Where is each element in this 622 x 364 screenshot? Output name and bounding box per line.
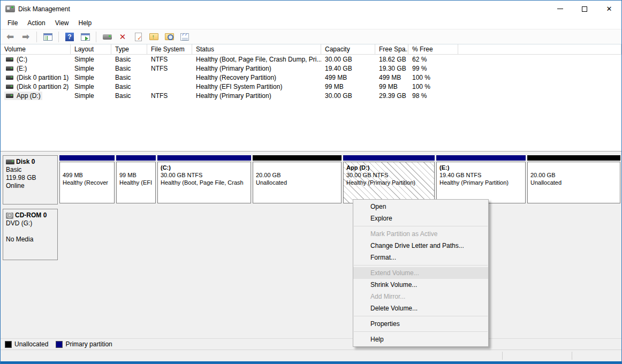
status-bar-divider <box>502 352 503 360</box>
column-header-filler <box>458 44 621 54</box>
disk0-info-box[interactable]: Disk 0 Basic 119.98 GB Online <box>3 155 58 204</box>
delete-button[interactable]: ✕ <box>116 31 129 43</box>
cell-type: Basic <box>111 73 147 82</box>
menu-item-open[interactable]: Open <box>353 201 488 213</box>
console-tree-icon <box>43 33 52 41</box>
partition-label <box>63 164 111 171</box>
toolbar-separator <box>96 32 96 42</box>
menu-help[interactable]: Help <box>74 18 97 28</box>
minimize-button[interactable] <box>548 1 572 17</box>
table-row[interactable]: (Disk 0 partition 2) Simple Basic Health… <box>1 82 621 91</box>
close-button[interactable]: ✕ <box>597 1 621 17</box>
menu-view[interactable]: View <box>50 18 74 28</box>
table-row[interactable]: (C:) Simple Basic NTFS Healthy (Boot, Pa… <box>1 55 621 64</box>
table-row[interactable]: (Disk 0 partition 1) Simple Basic Health… <box>1 73 621 82</box>
partition-efi[interactable]: 99 MB Healthy (EFI <box>116 155 156 203</box>
partition-unallocated-2[interactable]: 20.00 GB Unallocated <box>527 155 620 203</box>
column-header-free-space[interactable]: Free Spa... <box>375 44 408 54</box>
action-pane-icon <box>81 33 90 41</box>
window-bottom-border <box>1 361 621 363</box>
close-icon: ✕ <box>606 5 612 13</box>
cell-layout: Simple <box>71 73 111 82</box>
partition-e[interactable]: (E:) 19.40 GB NTFS Healthy (Primary Part… <box>436 155 526 203</box>
cell-free: 99 MB <box>375 82 408 91</box>
table-row-selected[interactable]: App (D:) Simple Basic NTFS Healthy (Prim… <box>1 91 621 100</box>
column-header-pct-free[interactable]: % Free <box>408 44 458 54</box>
disk-graph-pane: Disk 0 Basic 119.98 GB Online 499 MB Hea… <box>1 154 621 350</box>
cell-type: Basic <box>111 64 147 73</box>
cell-capacity: 30.00 GB <box>321 91 375 100</box>
partition-size: 20.00 GB <box>530 171 617 179</box>
legend-unallocated: Unallocated <box>5 340 48 348</box>
menu-item-change-drive-letter[interactable]: Change Drive Letter and Paths... <box>353 240 488 252</box>
partition-size: 499 MB <box>63 171 111 179</box>
partition-status: Healthy (Recover <box>63 179 111 186</box>
partition-status: Healthy (Boot, Page File, Crash <box>161 179 248 186</box>
partition-d-selected[interactable]: App (D:) 30.00 GB NTFS Healthy (Primary … <box>343 155 435 203</box>
cell-status: Healthy (Primary Partition) <box>192 64 321 73</box>
properties-button[interactable] <box>178 31 191 43</box>
column-header-capacity[interactable]: Capacity <box>321 44 375 54</box>
partition-recovery[interactable]: 499 MB Healthy (Recover <box>59 155 115 203</box>
open-button[interactable] <box>147 31 160 43</box>
volume-name: (Disk 0 partition 2) <box>17 83 69 90</box>
cell-fs <box>147 82 192 91</box>
menu-action[interactable]: Action <box>22 18 50 28</box>
delete-x-icon: ✕ <box>119 33 126 41</box>
cell-layout: Simple <box>71 64 111 73</box>
cell-free: 499 MB <box>375 73 408 82</box>
column-header-file-system[interactable]: File System <box>147 44 192 54</box>
partition-label: (E:) <box>439 164 522 171</box>
menu-bar: File Action View Help <box>1 17 621 29</box>
cell-type: Basic <box>111 55 147 64</box>
partition-c[interactable]: (C:) 30.00 GB NTFS Healthy (Boot, Page F… <box>157 155 251 203</box>
partition-status: Healthy (Primary Partition) <box>439 179 522 186</box>
window-controls: ✕ <box>548 1 621 17</box>
partition-label <box>119 164 153 171</box>
menu-item-explore[interactable]: Explore <box>353 213 488 224</box>
menu-item-help[interactable]: Help <box>353 333 488 345</box>
column-header-status[interactable]: Status <box>192 44 321 54</box>
volume-name: App (D:) <box>17 92 41 100</box>
cdrom-media: No Media <box>6 236 55 244</box>
menu-item-format[interactable]: Format... <box>353 252 488 263</box>
maximize-button[interactable] <box>572 1 597 17</box>
disk0-partition-strip: 499 MB Healthy (Recover 99 MB Healthy (E… <box>59 155 620 203</box>
cell-pct: 100 % <box>408 73 458 82</box>
back-button[interactable]: ⬅ <box>4 31 17 43</box>
checklist-icon <box>180 33 189 41</box>
cell-free: 18.62 GB <box>375 55 408 64</box>
menu-item-properties[interactable]: Properties <box>353 318 488 330</box>
toolbar: ⬅ ➡ ? ✕ <box>1 29 621 44</box>
help-button[interactable]: ? <box>63 31 76 43</box>
menu-item-delete-volume[interactable]: Delete Volume... <box>353 302 488 314</box>
cell-status: Healthy (Primary Partition) <box>192 91 321 100</box>
explore-button[interactable] <box>163 31 176 43</box>
menu-file[interactable]: File <box>3 18 22 28</box>
column-header-type[interactable]: Type <box>111 44 147 54</box>
column-header-layout[interactable]: Layout <box>71 44 111 54</box>
mark-partition-button[interactable] <box>132 31 145 43</box>
table-row[interactable]: (E:) Simple Basic NTFS Healthy (Primary … <box>1 64 621 73</box>
cell-pct: 99 % <box>408 64 458 73</box>
column-header-volume[interactable]: Volume <box>1 44 71 54</box>
partition-status: Healthy (EFI <box>119 179 153 186</box>
cell-layout: Simple <box>71 91 111 100</box>
drive-icon <box>103 34 112 40</box>
cdrom-info-box[interactable]: CD-ROM 0 DVD (G:) No Media <box>3 209 58 260</box>
menu-item-shrink-volume[interactable]: Shrink Volume... <box>353 279 488 291</box>
folder-search-icon <box>165 33 174 40</box>
show-console-tree-button[interactable] <box>41 31 54 43</box>
partition-size: 30.00 GB NTFS <box>346 171 431 179</box>
volume-list-pane: Volume Layout Type File System Status Ca… <box>1 44 621 151</box>
menu-item-mark-partition-active: Mark Partition as Active <box>353 228 488 240</box>
disk-management-tool-button[interactable] <box>101 31 113 43</box>
toolbar-separator <box>58 32 59 42</box>
menu-separator <box>354 316 488 316</box>
partition-unallocated-1[interactable]: 20.00 GB Unallocated <box>253 155 342 203</box>
menu-separator <box>354 226 488 226</box>
forward-button[interactable]: ➡ <box>19 31 32 43</box>
window-title: Disk Management <box>18 5 70 13</box>
show-action-pane-button[interactable] <box>79 31 92 43</box>
volume-icon <box>6 57 13 62</box>
